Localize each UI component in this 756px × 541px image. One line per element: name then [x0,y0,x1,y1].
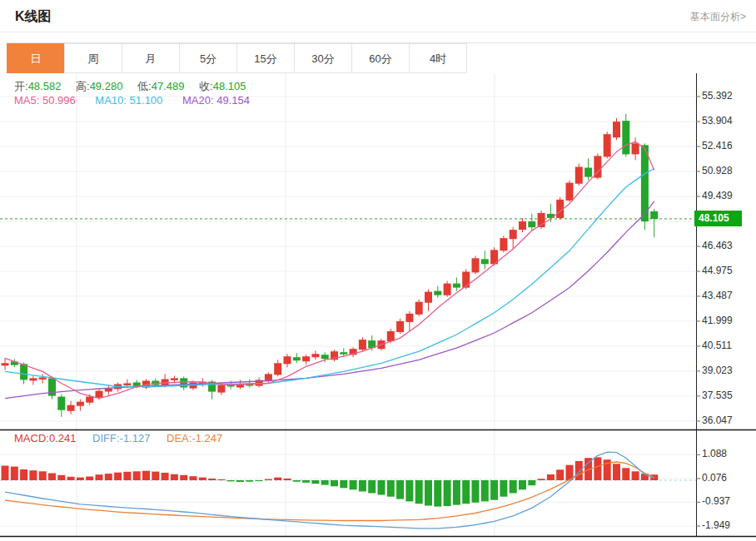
low-value: 低:47.489 [137,80,184,92]
ma5-legend: MA5: 50.996 [14,94,76,107]
y-axis-label: 49.439 [702,190,733,201]
diff-value: DIFF:-1.127 [92,432,150,444]
y-axis-label: 44.975 [702,265,733,276]
y-axis-label: -0.937 [702,495,730,507]
open-value: 开:48.582 [14,80,61,92]
y-axis-label: 37.535 [702,390,733,401]
y-axis-label: 46.463 [702,240,733,251]
ma10-legend: MA10: 51.100 [95,94,162,107]
y-axis-label: -1.949 [702,519,730,531]
y-axis-label: 40.511 [702,340,732,351]
macd-value: MACD:0.241 [14,432,76,444]
macd-legend: MACD:0.241 DIFF:-1.127 DEA:-1.247 [14,432,236,444]
y-axis-label: 43.487 [702,290,733,301]
close-value: 收:48.105 [199,80,246,92]
y-axis-label: 1.088 [702,448,727,459]
y-axis-label: 36.047 [702,414,733,426]
ohlc-legend: 开:48.582 高:49.280 低:47.489 收:48.105 [14,79,257,94]
ma20-legend: MA20: 49.154 [182,94,250,107]
y-axis-label: 0.076 [702,472,727,484]
ma-legend: MA5: 50.996 MA10: 51.100 MA20: 49.154 [14,94,266,107]
high-value: 高:49.280 [76,80,122,92]
kline-app: K线图 基本面分析> 日 周 月 5分 15分 30分 60分 4时 开:48.… [0,0,756,541]
y-axis-label: 39.023 [702,365,733,376]
y-axis-label: 53.904 [702,115,733,127]
current-price-tag: 48.105 [694,211,742,226]
dea-value: DEA:-1.247 [167,432,222,444]
y-axis-label: 52.416 [702,140,733,151]
y-axis-label: 50.928 [702,165,733,176]
y-axis-label: 55.392 [702,90,733,102]
y-axis-label: 41.999 [702,315,733,326]
